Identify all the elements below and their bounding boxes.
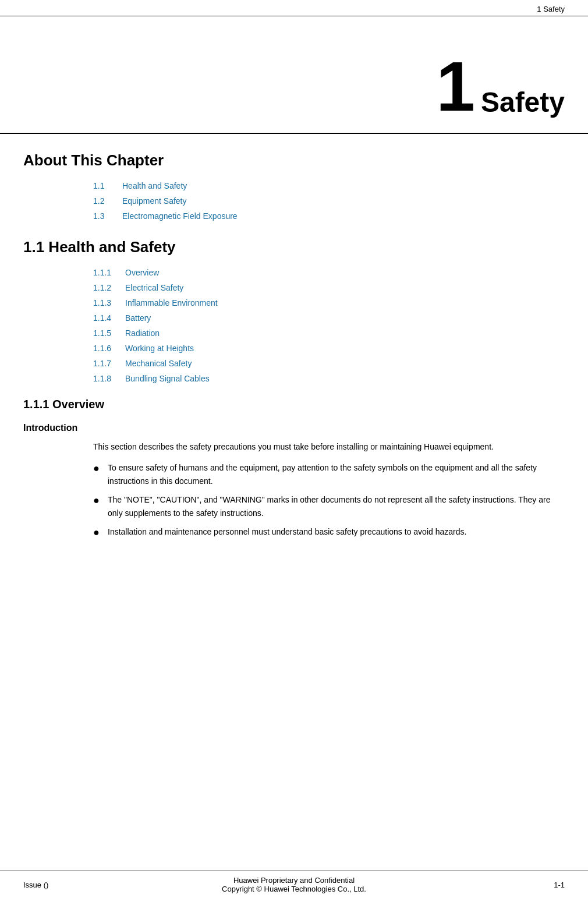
toc-item-1-3: 1.3 Electromagnetic Field Exposure <box>23 211 565 221</box>
toc-link-1-2[interactable]: Equipment Safety <box>122 196 187 206</box>
footer-issue: Issue () <box>23 881 70 889</box>
intro-heading: Introduction <box>23 423 565 433</box>
sub-toc-link-1-1-1[interactable]: Overview <box>125 268 159 277</box>
footer-center: Huawei Proprietary and Confidential Copy… <box>70 876 518 893</box>
header-title: 1 Safety <box>537 5 565 13</box>
page-header: 1 Safety <box>0 0 588 16</box>
list-item: ● To ensure safety of humans and the equ… <box>93 461 565 487</box>
bullet-dot-1: ● <box>93 461 105 476</box>
toc-item-1-2: 1.2 Equipment Safety <box>23 196 565 206</box>
page-footer: Issue () Huawei Proprietary and Confiden… <box>0 871 588 898</box>
sub-toc-number-1-1-4: 1.1.4 <box>93 313 125 323</box>
chapter-heading-section: 1 Safety <box>0 16 588 134</box>
sub-toc-number-1-1-7: 1.1.7 <box>93 359 125 368</box>
toc-number-1-3: 1.3 <box>93 211 122 221</box>
footer-page-number: 1-1 <box>518 881 565 889</box>
toc-link-1-3[interactable]: Electromagnetic Field Exposure <box>122 211 238 221</box>
sub-toc-link-1-1-6[interactable]: Working at Heights <box>125 344 194 353</box>
bullet-dot-2: ● <box>93 493 105 508</box>
sub-toc-item-1-1-8: 1.1.8 Bundling Signal Cables <box>23 374 565 383</box>
sub-toc-link-1-1-7[interactable]: Mechanical Safety <box>125 359 192 368</box>
sub-toc-link-1-1-3[interactable]: Inflammable Environment <box>125 298 218 307</box>
sub-toc-item-1-1-4: 1.1.4 Battery <box>23 313 565 323</box>
about-chapter-heading: About This Chapter <box>23 151 565 169</box>
bullet-text-1: To ensure safety of humans and the equip… <box>108 461 565 487</box>
sub-toc-item-1-1-6: 1.1.6 Working at Heights <box>23 344 565 353</box>
sub-toc-item-1-1-2: 1.1.2 Electrical Safety <box>23 283 565 292</box>
section-1-1: 1.1 Health and Safety 1.1.1 Overview 1.1… <box>23 238 565 383</box>
chapter-number: 1 <box>436 51 475 121</box>
toc-item-1-1: 1.1 Health and Safety <box>23 181 565 190</box>
main-content: About This Chapter 1.1 Health and Safety… <box>0 151 588 540</box>
sub-toc-item-1-1-1: 1.1.1 Overview <box>23 268 565 277</box>
sub-toc-item-1-1-5: 1.1.5 Radiation <box>23 328 565 338</box>
bullet-text-3: Installation and maintenance personnel m… <box>108 525 565 538</box>
toc-number-1-1: 1.1 <box>93 181 122 190</box>
section-1-1-heading: 1.1 Health and Safety <box>23 238 565 256</box>
sub-toc-item-1-1-7: 1.1.7 Mechanical Safety <box>23 359 565 368</box>
about-chapter-section: About This Chapter 1.1 Health and Safety… <box>23 151 565 221</box>
sub-toc-number-1-1-6: 1.1.6 <box>93 344 125 353</box>
list-item: ● The "NOTE", "CAUTION", and "WARNING" m… <box>93 493 565 519</box>
sub-toc-number-1-1-3: 1.1.3 <box>93 298 125 307</box>
toc-number-1-2: 1.2 <box>93 196 122 206</box>
sub-toc-link-1-1-8[interactable]: Bundling Signal Cables <box>125 374 210 383</box>
sub-toc-link-1-1-5[interactable]: Radiation <box>125 328 160 338</box>
footer-line1: Huawei Proprietary and Confidential <box>70 876 518 885</box>
bullet-dot-3: ● <box>93 525 105 540</box>
chapter-title: Safety <box>481 89 565 121</box>
section-1-1-1-heading: 1.1.1 Overview <box>23 398 565 411</box>
sub-toc-link-1-1-2[interactable]: Electrical Safety <box>125 283 183 292</box>
sub-toc-link-1-1-4[interactable]: Battery <box>125 313 151 323</box>
list-item: ● Installation and maintenance personnel… <box>93 525 565 540</box>
sub-toc-item-1-1-3: 1.1.3 Inflammable Environment <box>23 298 565 307</box>
sub-toc-number-1-1-8: 1.1.8 <box>93 374 125 383</box>
footer-line2: Copyright © Huawei Technologies Co., Ltd… <box>70 885 518 893</box>
sub-toc-number-1-1-5: 1.1.5 <box>93 328 125 338</box>
section-1-1-1: 1.1.1 Overview Introduction This section… <box>23 398 565 540</box>
intro-paragraph: This section describes the safety precau… <box>23 440 565 453</box>
bullet-list: ● To ensure safety of humans and the equ… <box>23 461 565 540</box>
sub-toc-number-1-1-1: 1.1.1 <box>93 268 125 277</box>
toc-link-1-1[interactable]: Health and Safety <box>122 181 187 190</box>
sub-toc-number-1-1-2: 1.1.2 <box>93 283 125 292</box>
bullet-text-2: The "NOTE", "CAUTION", and "WARNING" mar… <box>108 493 565 519</box>
page: 1 Safety 1 Safety About This Chapter 1.1… <box>0 0 588 898</box>
